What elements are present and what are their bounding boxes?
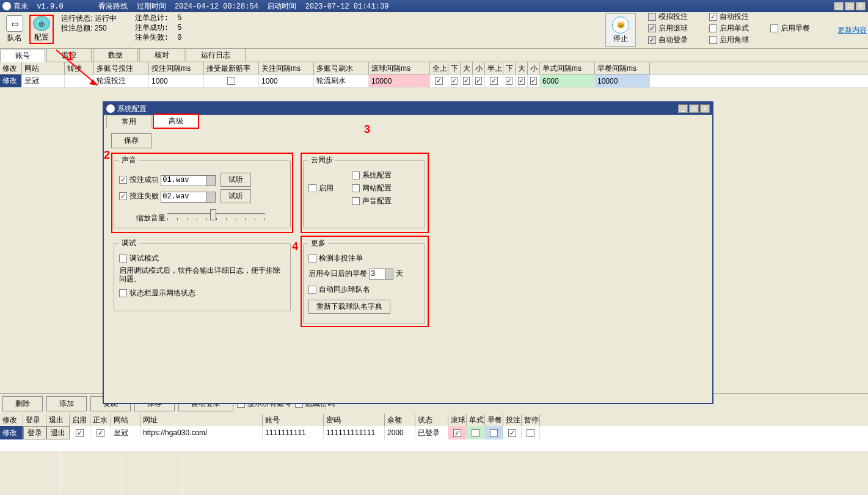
success-wav-select[interactable]: 01.wav (161, 175, 216, 186)
stats-block: 注单总计: 5 注单成功: 5 注单失败: 0 (135, 13, 182, 43)
delete-button[interactable]: 删除 (2, 396, 43, 411)
chk-sync-team[interactable]: 自动同步球队名 (308, 284, 420, 295)
dialog-minimize[interactable]: _ (678, 104, 688, 113)
statusbar (0, 452, 868, 494)
stop-button[interactable]: 🐱 停止 (605, 13, 636, 47)
config-dialog: 系统配置 _ □ × 常用 高级 保存 声音 投注成功 01.wav 试听 投注… (103, 101, 713, 404)
tab-advanced[interactable]: 高级 (153, 114, 199, 129)
app-icon (2, 2, 11, 10)
debug-fieldset: 调试 调试模式 启用调试模式后，软件会输出详细日志，便于排除问题。 状态栏显示网… (114, 238, 291, 311)
account-grid: 修改 登录 退出 启用 正水 网站 网址 账号 密码 余额 状态 滚球 单式 早… (0, 414, 868, 452)
chk-success-sound[interactable]: 投注成功 (119, 175, 159, 185)
tab-normal[interactable]: 常用 (106, 115, 151, 128)
config-button[interactable]: ◎ 配置 (29, 15, 54, 44)
dialog-titlebar: 系统配置 _ □ × (104, 103, 712, 115)
chk-enable-corner[interactable]: 启用角球 (709, 35, 764, 45)
acc-login-button[interactable]: 登录 (23, 426, 46, 439)
close-button[interactable]: × (856, 2, 866, 10)
volume-slider[interactable] (167, 208, 265, 220)
morning-days-spinner[interactable]: 3 (369, 269, 393, 280)
tab-account[interactable]: 账号 (0, 49, 45, 62)
toolbar: ▭ 队名 ◎ 配置 运行状态: 运行中 投注总额: 250 注单总计: 5 注单… (0, 12, 868, 49)
cloud-fieldset: 云同步 启用 系统配置 网站配置 声音配置 (303, 155, 425, 228)
tab-check[interactable]: 核对 (139, 48, 184, 62)
chk-debug-mode[interactable]: 调试模式 (119, 253, 285, 264)
tab-log[interactable]: 运行日志 (186, 48, 246, 62)
sound-fieldset: 声音 投注成功 01.wav 试听 投注失败 02.wav 试听 缩放音量 (114, 155, 291, 228)
chk-cloud-enable[interactable]: 启用 (308, 170, 334, 206)
chk-enable-single[interactable]: 启用单式 (709, 23, 764, 34)
dialog-close[interactable]: × (700, 104, 710, 113)
grid-row[interactable]: 修改 皇冠 轮流投注 1000 1000 轮流刷水 10000 6000 100… (0, 74, 868, 88)
tab-data[interactable]: 数据 (93, 48, 138, 62)
chk-auto-bet[interactable]: 自动投注 (709, 12, 764, 22)
chk-cloud-siteconf[interactable]: 网站配置 (352, 183, 392, 193)
chk-statusbar-network[interactable]: 状态栏显示网络状态 (119, 288, 285, 298)
gear-icon: ◎ (33, 16, 50, 31)
main-tabs: 账号 监控 数据 核对 运行日志 (0, 49, 868, 62)
maximize-button[interactable]: □ (845, 2, 855, 10)
grid-header: 修改 网站 转接 多账号投注 投注间隔ms 接受最新赔率 关注间隔ms 多账号刷… (0, 62, 868, 74)
chk-cloud-soundconf[interactable]: 声音配置 (352, 196, 392, 206)
chk-enable-morning[interactable]: 启用早餐 (770, 23, 825, 34)
redownload-button[interactable]: 重新下载球队名字典 (308, 300, 390, 314)
chk-sim-bet[interactable]: 模拟投注 (648, 12, 703, 22)
update-link[interactable]: 更新内容 (837, 25, 867, 35)
account-header: 修改 登录 退出 启用 正水 网站 网址 账号 密码 余额 状态 滚球 单式 早… (0, 414, 868, 426)
row-modify-button[interactable]: 修改 (0, 74, 22, 87)
dialog-icon (106, 104, 115, 113)
dialog-save-button[interactable]: 保存 (111, 133, 151, 148)
chk-cloud-sysconf[interactable]: 系统配置 (352, 170, 392, 181)
listen-success-button[interactable]: 试听 (221, 173, 251, 187)
title-text: 喜来 v1.9.0 香港路线 过期时间 2024-04-12 00:28:54 … (13, 1, 388, 12)
acc-logout-button[interactable]: 退出 (46, 426, 70, 439)
account-row[interactable]: 修改 登录 退出 皇冠 https://hga030.com/ 11111111… (0, 426, 868, 439)
chk-enable-roll[interactable]: 启用滚球 (648, 23, 703, 34)
fail-wav-select[interactable]: 02.wav (161, 192, 216, 203)
options-grid: 模拟投注 自动投注 启用滚球 启用单式 启用早餐 自动登录 启用角球 (648, 13, 825, 43)
team-button[interactable]: ▭ 队名 (2, 15, 27, 44)
stop-icon: 🐱 (612, 16, 629, 34)
dialog-tabs: 常用 高级 (104, 115, 712, 128)
dialog-maximize[interactable]: □ (689, 104, 699, 113)
chk-detect-nonbet[interactable]: 检测非投注单 (308, 253, 420, 264)
team-icon: ▭ (6, 15, 23, 32)
acc-modify-button[interactable]: 修改 (0, 426, 23, 439)
status-block: 运行状态: 运行中 投注总额: 250 (61, 13, 117, 33)
listen-fail-button[interactable]: 试听 (221, 189, 251, 203)
tab-monitor[interactable]: 监控 (46, 48, 92, 62)
add-button[interactable]: 添加 (46, 396, 87, 411)
more-fieldset: 更多 检测非投注单 启用今日后的早餐 3 天 自动同步球队名 重新下载球队名字典 (303, 238, 425, 323)
minimize-button[interactable]: _ (834, 2, 844, 10)
chk-fail-sound[interactable]: 投注失败 (119, 191, 159, 201)
titlebar: 喜来 v1.9.0 香港路线 过期时间 2024-04-12 00:28:54 … (0, 0, 868, 12)
chk-auto-login[interactable]: 自动登录 (648, 35, 703, 45)
